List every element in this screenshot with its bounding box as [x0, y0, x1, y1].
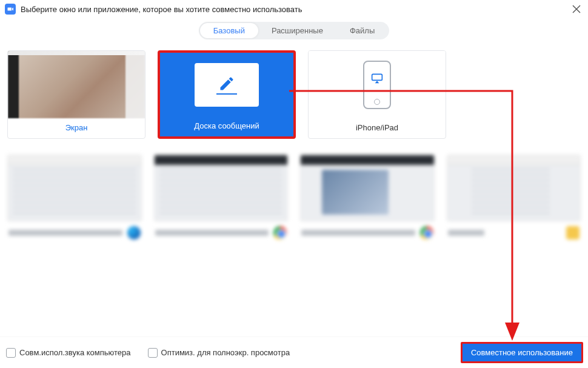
- share-option-app-4[interactable]: [447, 155, 581, 239]
- checkbox-share-audio[interactable]: Совм.испол.звука компьютера: [6, 348, 131, 358]
- whiteboard-preview: [160, 53, 293, 116]
- checkbox-share-audio-label: Совм.испол.звука компьютера: [19, 348, 131, 357]
- share-option-app-2[interactable]: [154, 155, 289, 239]
- checkbox-optimize-fullscreen-label: Оптимиз. для полноэкр. просмотра: [161, 348, 290, 357]
- pencil-icon: [218, 75, 235, 92]
- share-button[interactable]: Совместное использование: [461, 342, 583, 363]
- share-option-whiteboard[interactable]: Доска сообщений: [158, 50, 296, 139]
- tab-basic[interactable]: Базовый: [200, 23, 258, 38]
- share-option-whiteboard-label: Доска сообщений: [160, 116, 293, 136]
- zoom-app-icon: [5, 4, 16, 15]
- airplay-icon: [371, 73, 383, 84]
- tab-advanced[interactable]: Расширенные: [258, 23, 336, 38]
- tab-group: Базовый Расширенные Файлы: [199, 22, 390, 39]
- iphone-preview: [309, 51, 446, 118]
- app-4-title: [448, 230, 484, 236]
- share-option-screen[interactable]: Экран: [7, 50, 145, 139]
- app-2-title: [155, 230, 269, 236]
- svg-rect-2: [372, 74, 383, 80]
- tab-files[interactable]: Файлы: [336, 23, 388, 38]
- checkbox-optimize-fullscreen[interactable]: Оптимиз. для полноэкр. просмотра: [148, 348, 290, 358]
- edge-icon: [127, 226, 141, 239]
- chrome-icon: [273, 226, 287, 239]
- app-3-title: [301, 230, 415, 236]
- checkbox-icon: [148, 348, 158, 358]
- chrome-icon: [420, 226, 433, 239]
- screen-preview: [8, 51, 145, 118]
- app-1-title: [8, 230, 122, 236]
- share-option-app-1[interactable]: [7, 155, 142, 239]
- share-option-screen-label: Экран: [8, 118, 145, 138]
- share-option-iphone-ipad-label: iPhone/iPad: [309, 118, 446, 138]
- dialog-title: Выберите окно или приложение, которое вы…: [21, 5, 302, 14]
- app-icon: [566, 226, 580, 239]
- checkbox-icon: [6, 348, 16, 358]
- share-option-iphone-ipad[interactable]: iPhone/iPad: [308, 50, 446, 139]
- share-option-app-3[interactable]: [300, 155, 435, 239]
- close-icon[interactable]: [571, 4, 582, 15]
